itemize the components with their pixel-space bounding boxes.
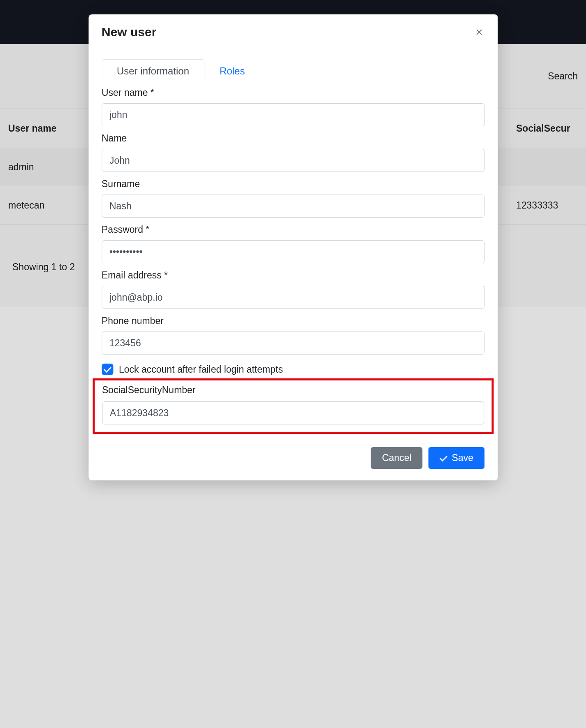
- close-button[interactable]: ×: [474, 26, 484, 38]
- input-email[interactable]: [102, 286, 484, 309]
- new-user-modal: New user × User information Roles User n…: [88, 14, 498, 480]
- close-icon: ×: [475, 25, 483, 39]
- tab-bar: User information Roles: [102, 59, 484, 83]
- cancel-button-label: Cancel: [382, 452, 412, 464]
- highlighted-ssn-section: SocialSecurityNumber: [93, 378, 493, 434]
- input-surname[interactable]: [102, 195, 484, 218]
- modal-footer: Cancel Save: [88, 438, 498, 480]
- label-username: User name *: [102, 87, 484, 98]
- form-group-username: User name *: [102, 85, 484, 126]
- checkbox-lock-account[interactable]: [102, 364, 113, 375]
- label-ssn: SocialSecurityNumber: [102, 385, 484, 396]
- modal-header: New user ×: [88, 14, 498, 50]
- form-check-lock-account: Lock account after failed login attempts: [102, 364, 484, 375]
- modal-title: New user: [102, 25, 156, 39]
- modal-body: User information Roles User name * Name …: [88, 50, 498, 438]
- input-ssn[interactable]: [102, 401, 484, 424]
- form-group-email: Email address *: [102, 267, 484, 309]
- save-button-label: Save: [452, 452, 473, 464]
- label-surname: Surname: [102, 179, 484, 190]
- form-group-phone: Phone number: [102, 313, 484, 355]
- input-phone[interactable]: [102, 332, 484, 355]
- form-group-name: Name: [102, 130, 484, 172]
- input-name[interactable]: [102, 149, 484, 172]
- save-button[interactable]: Save: [428, 447, 484, 469]
- form-group-surname: Surname: [102, 176, 484, 218]
- tab-roles[interactable]: Roles: [204, 59, 260, 83]
- tab-user-information[interactable]: User information: [102, 59, 204, 83]
- input-username[interactable]: [102, 103, 484, 126]
- label-password: Password *: [102, 224, 484, 235]
- label-email: Email address *: [102, 270, 484, 281]
- cancel-button[interactable]: Cancel: [371, 447, 423, 469]
- label-lock-account: Lock account after failed login attempts: [119, 364, 283, 375]
- input-password[interactable]: [102, 240, 484, 263]
- label-phone: Phone number: [102, 315, 484, 327]
- label-name: Name: [102, 133, 484, 144]
- form-group-password: Password *: [102, 222, 484, 263]
- check-icon: [440, 454, 448, 462]
